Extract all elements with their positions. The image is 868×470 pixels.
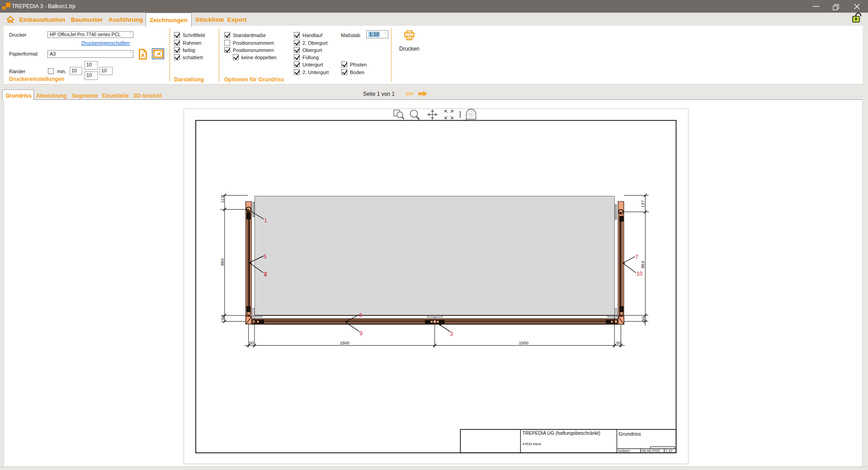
svg-text:A: A [156,52,162,56]
svg-text:A: A [141,52,145,58]
